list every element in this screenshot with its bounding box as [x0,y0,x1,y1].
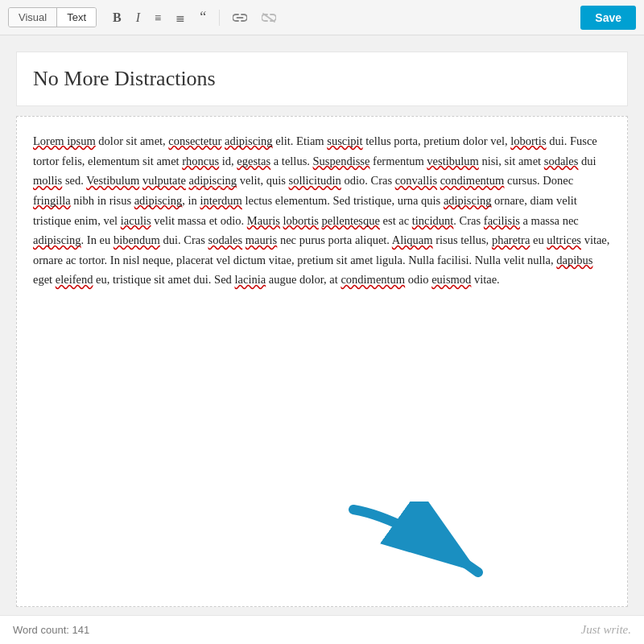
tab-visual[interactable]: Visual [9,8,57,27]
spell-word: lobortis [510,134,546,147]
spell-word: fringilla [33,194,71,207]
spell-word: iaculis [121,214,151,227]
spell-word: adipiscing [189,174,237,187]
link-button[interactable] [228,9,252,27]
spell-word: sodales [544,155,579,167]
main-content: No More Distractions Lorem ipsum dolor s… [0,35,644,615]
spell-word: pellentesque [321,214,379,227]
spell-word: suscipit [327,134,362,147]
bottom-bar: Word count: 141 Just write. [0,615,644,644]
unordered-list-button[interactable]: ≡ [150,8,166,27]
spell-word: sollicitudin [289,174,341,187]
spell-word: Suspendisse [313,155,370,167]
save-button[interactable]: Save [580,6,636,30]
unlink-button[interactable] [257,9,281,27]
spell-word: eleifend [56,273,93,286]
just-write-text: Just write. [581,623,632,637]
spell-word: Mauris [247,214,280,227]
spell-word: vestibulum [427,155,478,167]
spell-word: ultrices [547,233,581,246]
spell-word: sodales [208,233,242,246]
word-count-label: Word count: 141 [13,624,89,636]
bold-button[interactable]: B [108,7,126,28]
spell-word: adipiscing [33,233,81,246]
blockquote-button[interactable]: “ [195,6,211,29]
spell-word: interdum [200,194,242,207]
toolbar: Visual Text B I ≡ ≣ “ Save [0,0,644,35]
spell-word: condimentum [440,174,505,187]
arrow-graphic [337,502,498,582]
post-title: No More Distractions [33,67,611,91]
spell-word: adipiscing [444,194,492,207]
spell-word: tincidunt [412,214,454,227]
tab-text[interactable]: Text [57,8,96,27]
spell-word: lobortis [283,214,319,227]
spell-word: euismod [431,273,471,286]
spell-word: egestas [237,155,270,167]
spell-word: adipiscing [225,134,273,147]
spell-word: dapibus [556,254,592,266]
spell-word: mollis [33,174,62,187]
spell-word: Lorem ipsum [33,134,96,147]
spell-word: bibendum [114,233,160,246]
spell-word: mauris [246,233,277,246]
spell-word: rhoncus [182,155,219,167]
spell-word: lacinia [234,273,266,286]
spell-word: consectetur [168,134,221,147]
spell-word: Vestibulum [86,174,139,187]
toolbar-divider [219,10,220,26]
title-section: No More Distractions [16,52,628,106]
spell-word: convallis [395,174,437,187]
editor-container: Visual Text B I ≡ ≣ “ Save [0,0,644,644]
spell-word: pharetra [492,233,530,246]
tab-group: Visual Text [8,7,97,27]
ordered-list-button[interactable]: ≣ [171,8,190,27]
spell-word: adipiscing [134,194,183,207]
spell-word: condimentum [341,273,405,286]
italic-button[interactable]: I [131,7,145,28]
spell-word: vulputate [142,174,186,187]
spell-word: Aliquam [392,233,433,246]
editor-text: Lorem ipsum dolor sit amet, consectetur … [33,131,611,290]
editor-area[interactable]: Lorem ipsum dolor sit amet, consectetur … [16,116,628,607]
spell-word: facilisis [484,214,520,227]
